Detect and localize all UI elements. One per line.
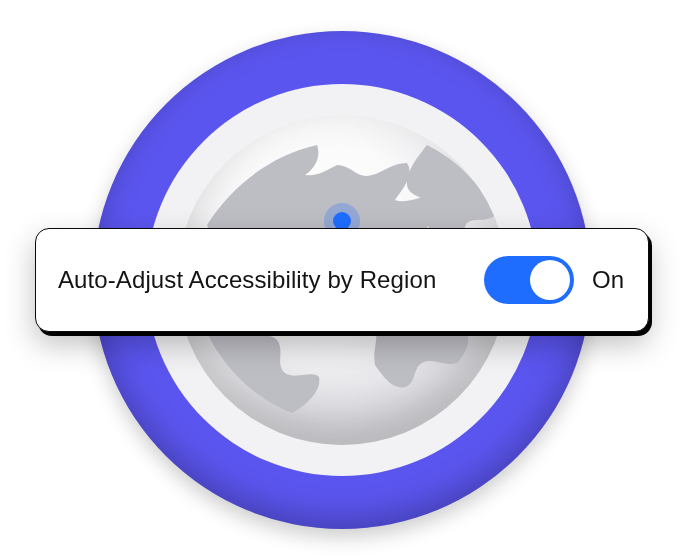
setting-label: Auto-Adjust Accessibility by Region	[58, 266, 466, 294]
location-pin-icon	[333, 212, 351, 230]
setting-card: Auto-Adjust Accessibility by Region On	[35, 228, 649, 332]
toggle-state-label: On	[592, 266, 624, 294]
illustration-stage: Auto-Adjust Accessibility by Region On	[0, 0, 684, 560]
toggle-knob-icon	[530, 260, 570, 300]
accessibility-region-toggle[interactable]	[484, 256, 574, 304]
